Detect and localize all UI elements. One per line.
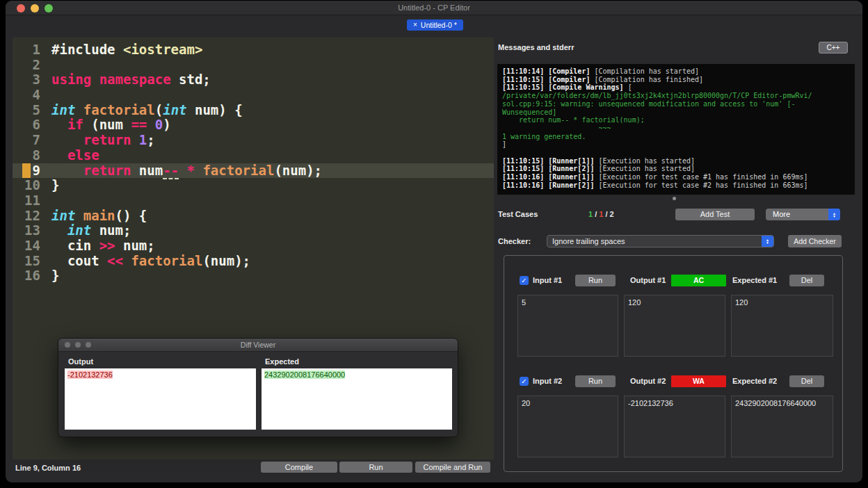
tab-label: Untitled-0 * <box>421 19 457 31</box>
console-segment: [11:10:15] [Compiler] <box>502 76 594 83</box>
checker-dropdown[interactable]: Ignore trailing spaces ▲ ▼ <box>547 235 774 247</box>
line-number: 11 <box>13 193 40 209</box>
code-token: int <box>51 102 75 117</box>
code-token: 0 <box>155 117 163 132</box>
code-token: num; <box>91 222 131 238</box>
code-line-6[interactable]: 6 if (num == 0) <box>13 117 494 133</box>
language-button[interactable]: C++ <box>819 42 848 54</box>
code-line-12[interactable]: 12int main() { <box>13 209 494 224</box>
diff-viewer-titlebar[interactable]: Diff Viewer <box>58 339 458 352</box>
code-text: cout << factorial(num); <box>51 254 250 269</box>
code-line-14[interactable]: 14 cin >> num; <box>13 238 494 254</box>
code-token: * <box>187 163 195 178</box>
console-segment: /private/var/folders/dm/lb_jj0ts3xj2k4xt… <box>502 92 812 99</box>
code-token <box>123 253 131 268</box>
expected-textarea-2[interactable]: 2432902008176640000 <box>731 396 833 457</box>
line-number: 9 <box>13 163 40 179</box>
add-test-button[interactable]: Add Test <box>675 209 755 220</box>
code-token: num) { <box>187 102 243 117</box>
input-textarea-1[interactable]: 5 <box>517 295 618 357</box>
console-segment: [11:10:15] [Runner[1]] <box>502 157 598 165</box>
console-line: return num-- * factorial(num); <box>502 116 850 124</box>
code-token <box>51 163 83 178</box>
delete-test-button-2[interactable]: Del <box>789 375 824 387</box>
run-test-button-2[interactable]: Run <box>575 375 616 387</box>
console-segment: sol.cpp:9:15: warning: unsequenced modif… <box>502 100 795 108</box>
splitter-handle[interactable] <box>673 197 676 200</box>
code-text: #include <iostream> <box>51 42 202 58</box>
line-number: 10 <box>13 178 40 193</box>
test-checkbox-2[interactable]: ✓ <box>520 377 529 386</box>
code-line-5[interactable]: 5int factorial(int num) { <box>13 103 494 118</box>
console-line: ] <box>502 140 850 149</box>
input-textarea-2[interactable]: 20 <box>517 396 618 457</box>
code-token: << <box>107 253 123 268</box>
line-number: 13 <box>13 223 40 238</box>
code-token <box>179 163 186 178</box>
chevron-down-icon: ▼ <box>833 215 836 218</box>
run-test-button-1[interactable]: Run <box>575 275 616 286</box>
delete-test-button-1[interactable]: Del <box>789 275 824 286</box>
console-segment: [Execution for test case #1 has finished… <box>598 173 807 181</box>
code-token: cout <box>51 253 107 268</box>
console-segment: [11:10:14] [Compiler] <box>502 67 594 75</box>
code-line-3[interactable]: 3using namespace std; <box>13 72 494 88</box>
compile-button[interactable]: Compile <box>261 462 337 473</box>
output-textarea-1: 120 <box>624 295 725 357</box>
code-line-16[interactable]: 16} <box>13 268 494 284</box>
tab-close-icon[interactable]: × <box>413 19 417 31</box>
code-token: (num); <box>274 163 322 178</box>
code-token: int <box>51 208 75 223</box>
compile-and-run-button[interactable]: Compile and Run <box>415 462 490 473</box>
console-line: [11:10:15] [Compile Warnings] [ <box>502 83 850 92</box>
code-token: (num); <box>202 253 250 268</box>
verdict-summary: 1 / 1 / 2 <box>588 210 614 218</box>
code-text: } <box>51 268 59 284</box>
output-label-2: Output #2 <box>630 375 666 387</box>
code-token: std; <box>171 72 211 87</box>
diff-zoom-icon[interactable] <box>86 342 91 348</box>
code-token: factorial <box>131 253 202 268</box>
code-token <box>51 117 67 132</box>
expected-textarea-1[interactable]: 120 <box>731 295 833 357</box>
compiler-console[interactable]: [11:10:14] [Compiler] [Compilation has s… <box>497 64 855 195</box>
code-line-13[interactable]: 13 int num; <box>13 223 494 238</box>
console-line: [11:10:15] [Runner[2]] [Execution has st… <box>502 165 850 173</box>
checker-label: Checker: <box>498 237 531 245</box>
code-line-15[interactable]: 15 cout << factorial(num); <box>13 254 494 269</box>
code-line-9[interactable]: 9 return num-- * factorial(num); <box>13 163 494 179</box>
tab-untitled-0[interactable]: × Untitled-0 * <box>407 19 463 31</box>
code-text: return num-- * factorial(num); <box>51 163 322 179</box>
more-button-label: More <box>766 209 828 220</box>
code-line-11[interactable]: 11 <box>13 193 494 209</box>
app-window: Untitled-0 - CP Editor × Untitled-0 * 1#… <box>6 1 862 482</box>
code-token: >> <box>99 238 115 253</box>
console-line: Wunsequenced] <box>502 108 850 117</box>
code-line-4[interactable]: 4 <box>13 88 494 103</box>
code-token: num; <box>115 238 155 253</box>
diff-close-icon[interactable] <box>65 342 70 348</box>
more-button[interactable]: More ▲ ▼ <box>766 209 840 220</box>
code-line-2[interactable]: 2 <box>13 58 494 73</box>
console-segment: ~~~ <box>502 124 611 132</box>
verdict-count: 2 <box>610 210 614 218</box>
run-button[interactable]: Run <box>339 462 412 473</box>
add-checker-button[interactable]: Add Checker <box>788 235 842 247</box>
diff-minimize-icon[interactable] <box>75 342 81 348</box>
console-segment: Wunsequenced] <box>502 108 556 116</box>
line-number: 12 <box>13 209 40 224</box>
code-line-10[interactable]: 10} <box>13 178 494 193</box>
console-line: [11:10:15] [Runner[1]] [Execution has st… <box>502 157 850 165</box>
test-checkbox-1[interactable]: ✓ <box>520 276 529 285</box>
console-segment: return num-- * factorial(num); <box>502 116 645 124</box>
diff-expected-box: 2432902008176640000 <box>262 368 452 430</box>
code-token: ; <box>147 132 154 147</box>
code-token: int <box>67 222 91 238</box>
line-number: 15 <box>13 254 40 269</box>
code-line-1[interactable]: 1#include <iostream> <box>13 42 494 58</box>
window-titlebar[interactable]: Untitled-0 - CP Editor <box>6 1 862 15</box>
window-title: Untitled-0 - CP Editor <box>6 3 862 12</box>
code-line-7[interactable]: 7 return 1; <box>13 133 494 148</box>
code-line-8[interactable]: 8 else <box>13 148 494 163</box>
code-token: (num <box>83 117 131 132</box>
